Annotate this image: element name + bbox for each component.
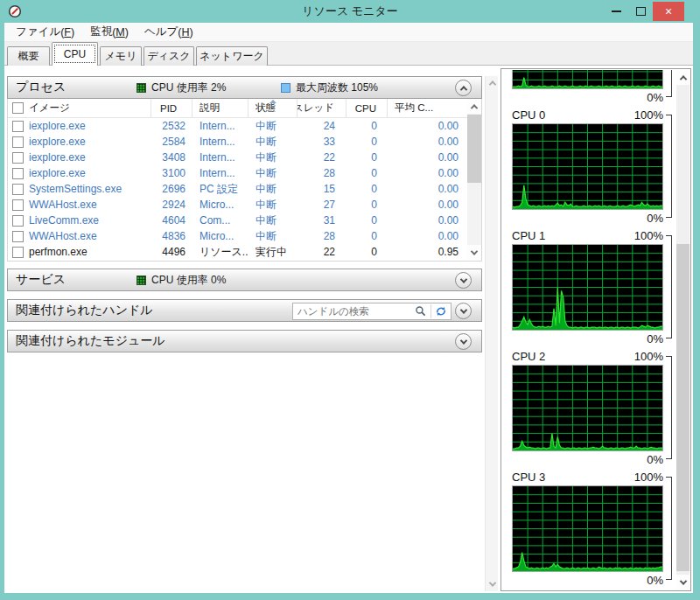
cpu0-label: CPU 0 — [512, 108, 545, 122]
scrollbar-thumb[interactable] — [467, 115, 481, 183]
cpu3-graph — [512, 485, 663, 572]
process-row[interactable]: perfmon.exe 4496 リソース... 実行中 22 0 0.95 — [8, 244, 481, 260]
scroll-up-button[interactable] — [486, 76, 499, 90]
services-section-header[interactable]: サービス CPU 使用率 0% — [7, 269, 482, 291]
handle-search-box — [292, 303, 452, 320]
scroll-down-button[interactable] — [486, 577, 499, 591]
client-area: ファイル(F) 監視(M) ヘルプ(H) 概要 CPU メモリ ディスク ネット… — [4, 23, 693, 593]
search-button[interactable] — [411, 303, 430, 319]
chevron-down-icon — [459, 337, 466, 344]
processes-section-header[interactable]: プロセス CPU 使用率 2% 最大周波数 105% — [7, 76, 482, 99]
process-row[interactable]: WWAHost.exe 4836 Micro... 中断 28 0 0.00 — [8, 228, 481, 244]
close-icon: × — [665, 4, 672, 18]
column-average-cpu[interactable]: 平均 C... — [388, 99, 467, 117]
chevron-up-icon — [471, 104, 478, 111]
modules-title: 関連付けられたモジュール — [8, 333, 165, 349]
scroll-up-button[interactable] — [676, 70, 690, 85]
chevron-down-icon — [679, 577, 686, 584]
process-row[interactable]: LiveComm.exe 4604 Com... 中断 31 0 0.00 — [8, 213, 481, 228]
tab-memory[interactable]: メモリ — [100, 46, 142, 66]
row-checkbox[interactable] — [12, 215, 24, 227]
tab-overview[interactable]: 概要 — [7, 46, 50, 66]
cpu-tab-page: プロセス CPU 使用率 2% 最大周波数 105% イメージ PID 説明 状… — [4, 66, 693, 593]
cpu-graphs-panel: 0% CPU 0100% 0% CPU 1100% 0% — [500, 68, 691, 591]
window-title: リソース モニター — [0, 0, 700, 23]
process-row[interactable]: iexplore.exe 3408 Intern... 中断 22 0 0.00 — [8, 150, 481, 165]
cpu2-max-label: 100% — [634, 350, 663, 363]
row-checkbox[interactable] — [12, 184, 24, 195]
chevron-down-icon — [471, 248, 478, 255]
process-row[interactable]: iexplore.exe 3100 Intern... 中断 28 0 0.00 — [8, 165, 481, 181]
processes-table: イメージ PID 説明 状態 スレッド CPU 平均 C... iexplore… — [7, 99, 482, 262]
cpu1-graph-block: CPU 1100% 0% — [512, 227, 680, 347]
processes-table-header: イメージ PID 説明 状態 スレッド CPU 平均 C... — [8, 99, 481, 118]
row-checkbox[interactable] — [12, 152, 24, 164]
scroll-down-button[interactable] — [467, 245, 481, 260]
row-checkbox[interactable] — [12, 136, 24, 148]
expand-services-button[interactable] — [455, 272, 472, 289]
cpu-total-graph — [512, 70, 663, 89]
process-row[interactable]: iexplore.exe 2532 Intern... 中断 24 0 0.00 — [8, 118, 481, 134]
row-checkbox[interactable] — [12, 121, 24, 132]
max-frequency-label: 最大周波数 105% — [296, 80, 378, 95]
cpu0-graph-block: CPU 0100% 0% — [512, 106, 680, 227]
title-bar[interactable]: リソース モニター × — [0, 0, 700, 23]
collapse-processes-button[interactable] — [455, 80, 472, 96]
close-button[interactable]: × — [653, 2, 684, 21]
scroll-down-button[interactable] — [676, 575, 690, 590]
process-row[interactable]: WWAHost.exe 2924 Micro... 中断 27 0 0.00 — [8, 197, 481, 213]
graphs-scrollbar[interactable] — [676, 70, 690, 590]
cpu3-max-label: 100% — [634, 471, 663, 484]
chevron-down-icon — [459, 306, 466, 313]
chevron-up-icon — [459, 86, 466, 93]
tab-disk[interactable]: ディスク — [144, 46, 194, 66]
cpu-usage-label: CPU 使用率 2% — [151, 80, 226, 95]
cpu1-label: CPU 1 — [512, 229, 545, 242]
scroll-up-button[interactable] — [467, 99, 481, 114]
row-checkbox[interactable] — [12, 168, 24, 179]
max-frequency-icon — [281, 83, 290, 93]
chevron-up-icon — [488, 80, 495, 87]
process-row[interactable]: SystemSettings.exe 2696 PC 設定 中断 15 0 0.… — [8, 181, 481, 197]
select-all-checkbox[interactable] — [12, 102, 24, 114]
cpu2-label: CPU 2 — [512, 350, 545, 363]
cpu3-graph-block: CPU 3100% 0% — [512, 468, 680, 589]
row-checkbox[interactable] — [12, 247, 24, 258]
minimize-button[interactable] — [604, 2, 628, 21]
refresh-icon — [435, 305, 447, 317]
services-cpu-usage-label: CPU 使用率 0% — [151, 273, 226, 288]
row-checkbox[interactable] — [12, 199, 24, 211]
row-checkbox[interactable] — [12, 231, 24, 242]
column-description[interactable]: 説明 — [192, 99, 248, 117]
menu-bar: ファイル(F) 監視(M) ヘルプ(H) — [4, 23, 693, 42]
cpu0-graph — [512, 123, 663, 210]
left-panel-scrollbar[interactable] — [485, 76, 498, 591]
maximize-button[interactable] — [628, 2, 653, 21]
chevron-up-icon — [679, 75, 686, 82]
services-title: サービス — [8, 272, 66, 288]
refresh-button[interactable] — [431, 303, 451, 319]
tab-network[interactable]: ネットワーク — [196, 46, 268, 66]
menu-file[interactable]: ファイル(F) — [8, 23, 82, 41]
cpu-total-graph-block: 0% — [512, 70, 680, 106]
column-cpu[interactable]: CPU — [346, 99, 388, 117]
cpu2-graph-block: CPU 2100% 0% — [512, 347, 680, 468]
chevron-down-icon — [488, 579, 495, 586]
cpu2-graph — [512, 365, 663, 451]
menu-monitor[interactable]: 監視(M) — [82, 23, 136, 41]
scrollbar-thumb[interactable] — [676, 244, 690, 571]
process-row[interactable]: iexplore.exe 2584 Intern... 中断 33 0 0.00 — [8, 134, 481, 150]
expand-handles-button[interactable] — [455, 303, 472, 319]
column-pid[interactable]: PID — [151, 99, 192, 117]
column-threads[interactable]: スレッド — [298, 99, 346, 117]
menu-help[interactable]: ヘルプ(H) — [136, 23, 201, 41]
modules-section-header[interactable]: 関連付けられたモジュール — [7, 330, 482, 352]
tab-cpu[interactable]: CPU — [52, 42, 98, 66]
handles-section-header[interactable]: 関連付けられたハンドル — [7, 299, 482, 322]
handle-search-input[interactable] — [293, 306, 411, 317]
expand-modules-button[interactable] — [455, 333, 472, 350]
handles-title: 関連付けられたハンドル — [8, 303, 153, 318]
column-image[interactable]: イメージ — [8, 99, 151, 117]
table-scrollbar[interactable] — [467, 99, 481, 260]
cpu1-graph — [512, 244, 663, 331]
